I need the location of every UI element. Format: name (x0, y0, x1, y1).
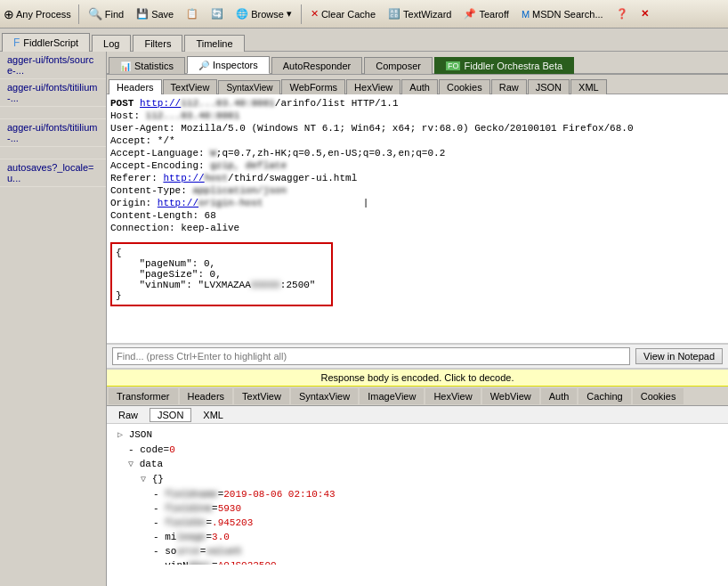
refresh-button[interactable]: 🔄 (206, 5, 229, 22)
format-tabs: Raw JSON XML (107, 406, 728, 424)
view-in-notepad-button[interactable]: View in Notepad (635, 348, 723, 364)
any-process-icon: ⊕ (4, 7, 14, 21)
origin-header: Origin: http://origin-host | (110, 198, 724, 208)
json-field2: - field2nm=5930 (114, 501, 721, 516)
right-panel: 📊 Statistics 🔎 Inspectors AutoResponder … (107, 52, 728, 586)
body-vinnum: "vinNum": "LVXMAZAAXXXXX:2500" (116, 280, 328, 290)
tab-filters[interactable]: Filters (133, 35, 182, 52)
json-field1: - fieldname=2019-08-06 02:10:43 (114, 487, 721, 501)
text-wizard-icon: 🔠 (388, 8, 400, 20)
json-obj-expander[interactable]: ▽ (141, 475, 146, 484)
body-close: } (116, 290, 328, 301)
resp-tab-hexview[interactable]: HexView (425, 388, 480, 404)
copy-icon: 📋 (186, 8, 198, 20)
req-tab-hexview[interactable]: HexView (346, 79, 400, 94)
json-data: ▽ data (114, 457, 721, 472)
json-field6-key-rest: mber (189, 558, 212, 565)
req-tab-headers[interactable]: Headers (109, 79, 162, 94)
resp-tab-auth[interactable]: Auth (541, 388, 578, 404)
tab-inspectors[interactable]: 🔎 Inspectors (187, 56, 270, 74)
copy-button[interactable]: 📋 (181, 5, 204, 22)
statistics-icon: 📊 (120, 61, 131, 71)
tab-statistics[interactable]: 📊 Statistics (109, 57, 185, 74)
find-input[interactable] (112, 347, 630, 365)
req-tab-xml[interactable]: XML (570, 79, 607, 94)
json-field5: - source=value5 (114, 544, 721, 558)
sidebar-item-0[interactable]: agger-ui/fonts/source-... (0, 52, 106, 79)
resp-tab-caching[interactable]: Caching (578, 388, 630, 404)
content-area: agger-ui/fonts/source-... agger-ui/fonts… (0, 52, 728, 586)
resp-tab-textview[interactable]: TextView (234, 388, 289, 404)
json-field4-key-rest: leage (176, 530, 206, 544)
connection-header: Connection: keep-alive (110, 223, 724, 233)
save-button[interactable]: 💾 Save (131, 5, 179, 22)
json-root: ▷ JSON (114, 427, 721, 443)
req-tab-syntaxview[interactable]: SyntaxView (218, 80, 280, 94)
req-tab-cookies[interactable]: Cookies (439, 79, 490, 94)
ua-header: User-Agent: Mozilla/5.0 (Windows NT 6.1;… (110, 123, 724, 134)
json-field5-val: value5 (206, 544, 241, 558)
sidebar-item-2[interactable] (0, 107, 106, 119)
host-header: Host: 112...03.40:8081 (110, 110, 724, 121)
req-tab-auth[interactable]: Auth (401, 79, 438, 94)
format-tab-raw[interactable]: Raw (110, 408, 146, 422)
find-bar: View in Notepad (107, 344, 728, 369)
json-field4: - mileage=3.0 (114, 530, 721, 544)
tab-autoresponder[interactable]: AutoResponder (271, 57, 362, 74)
json-root-expander[interactable]: ▷ (117, 430, 123, 440)
tab-fiddlerscript[interactable]: F FiddlerScript (2, 33, 90, 52)
response-notice[interactable]: Response body is encoded. Click to decod… (107, 370, 728, 387)
req-tab-webforms[interactable]: WebForms (281, 79, 345, 94)
url-path: /arinfo/list (275, 98, 345, 109)
req-tab-raw[interactable]: Raw (491, 79, 527, 94)
url-host-blurred: 112...03.40:8081 (181, 98, 275, 109)
msdn-search-button[interactable]: M MSDN Search... (516, 6, 609, 22)
close-button[interactable]: ✕ (635, 5, 654, 22)
resp-tab-cookies[interactable]: Cookies (633, 388, 684, 404)
sidebar-item-5[interactable]: autosaves?_locale=u... (0, 159, 106, 187)
json-data-expander[interactable]: ▽ (128, 460, 133, 469)
json-data-obj: ▽ {} (114, 472, 721, 487)
clear-cache-button[interactable]: ✕ Clear Cache (305, 5, 381, 22)
tab-timeline[interactable]: Timeline (184, 35, 244, 52)
json-field6: - vinNmber=A0JS022500 (114, 558, 721, 565)
fo-icon: FO (446, 61, 461, 70)
help-button[interactable]: ❓ (611, 5, 634, 22)
tab-composer[interactable]: Composer (364, 57, 433, 74)
browse-icon: 🌐 (236, 8, 248, 20)
tearoff-button[interactable]: 📌 Tearoff (458, 5, 514, 22)
json-field5-key-rest: urce (176, 544, 199, 558)
body-line-1: { (116, 248, 328, 258)
resp-tab-headers[interactable]: Headers (180, 388, 233, 404)
json-code: - code=0 (114, 443, 721, 457)
resp-tab-transformer[interactable]: Transformer (109, 388, 178, 404)
msdn-icon: M (522, 9, 530, 20)
req-tab-json[interactable]: JSON (528, 79, 570, 94)
request-url[interactable]: http:// (140, 98, 181, 109)
resp-tab-imageview[interactable]: ImageView (360, 388, 424, 404)
text-wizard-button[interactable]: 🔠 TextWizard (383, 5, 457, 22)
toolbar: ⊕ Any Process 🔍 Find 💾 Save 📋 🔄 🌐 Browse… (0, 0, 728, 28)
tab-log[interactable]: Log (92, 35, 131, 52)
find-icon: 🔍 (88, 7, 102, 20)
sidebar-item-4[interactable] (0, 147, 106, 159)
req-tab-textview[interactable]: TextView (163, 79, 218, 94)
request-line: POST http://112...03.40:8081/arinfo/list… (110, 98, 724, 109)
resp-tab-webview[interactable]: WebView (482, 388, 539, 404)
sidebar-item-3[interactable]: agger-ui/fonts/titilium-... (0, 119, 106, 147)
tab-fiddler-orchestra[interactable]: FO Fiddler Orchestra Beta (434, 57, 574, 74)
body-pagenum: "pageNum": 0, (116, 258, 328, 269)
accept-lang-header: Accept-Language: W;q=0.7,zh-HK;q=0.5,en-… (110, 148, 724, 159)
sidebar-item-1[interactable]: agger-ui/fonts/titilium-... (0, 79, 106, 107)
tearoff-icon: 📌 (464, 8, 476, 20)
browse-button[interactable]: 🌐 Browse ▾ (231, 5, 297, 22)
json-tree: ▷ JSON - code=0 ▽ data ▽ {} - fieldname=… (107, 424, 728, 565)
find-button[interactable]: 🔍 Find (83, 4, 129, 23)
format-tab-xml[interactable]: XML (195, 408, 231, 422)
body-pagesize: "pageSize": 0, (116, 269, 328, 280)
fiddlerscript-icon: F (13, 37, 20, 49)
resp-tab-syntaxview[interactable]: SyntaxView (291, 388, 358, 404)
sidebar: agger-ui/fonts/source-... agger-ui/fonts… (0, 52, 107, 586)
format-tab-json[interactable]: JSON (150, 408, 191, 422)
refresh-icon: 🔄 (211, 8, 223, 20)
